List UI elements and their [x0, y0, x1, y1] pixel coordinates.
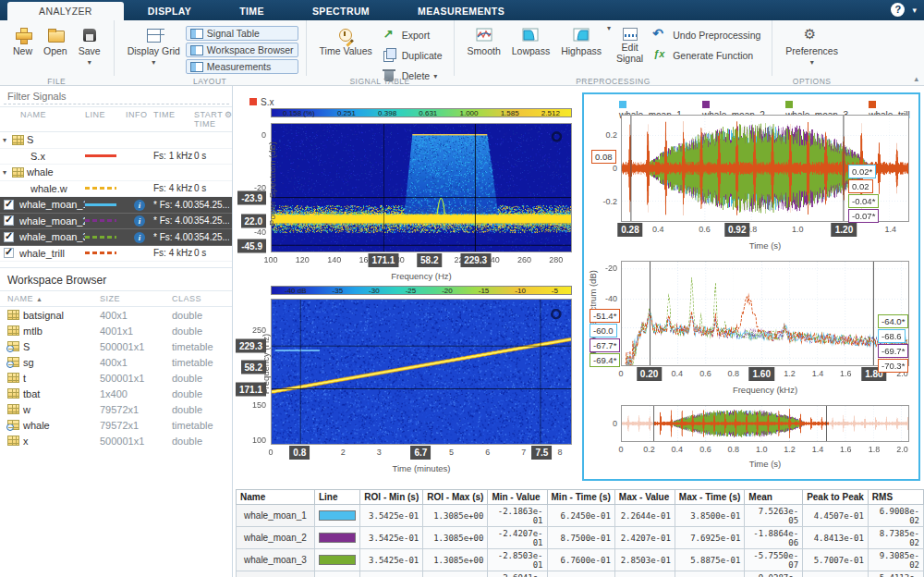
cursor-badge[interactable]: 6.7 — [410, 446, 431, 460]
filter-signals-input[interactable] — [4, 89, 229, 104]
cursor-badge[interactable]: 22.0 — [241, 215, 266, 228]
signal-row-S[interactable]: ▾S — [0, 132, 232, 149]
cursor-badge[interactable]: 1.20 — [832, 223, 857, 237]
colorbar-tick: -25 — [406, 287, 417, 295]
measurement-row-whale_trill[interactable]: whale_trill2.3250e-011.4795e+00-2.6941e-… — [237, 571, 924, 577]
signal-checkbox[interactable] — [4, 215, 14, 226]
open-button[interactable]: Open — [38, 24, 73, 59]
workspace-row-sg[interactable]: sg400x1timetable — [0, 354, 232, 370]
signal-row-whale[interactable]: ▾whale — [0, 165, 232, 181]
workspace-row-w[interactable]: w79572x1double — [0, 401, 232, 417]
tab-analyzer[interactable]: ANALYZER — [7, 2, 124, 20]
info-icon[interactable]: i — [134, 232, 145, 243]
cursor-value[interactable]: -0.04* — [848, 194, 879, 208]
genfun-button[interactable]: Generate Function — [649, 46, 764, 65]
cursor-badge[interactable]: 171.1 — [236, 382, 266, 396]
cursor-value[interactable]: 0.08 — [591, 150, 616, 164]
workspace-row-t[interactable]: t500001x1double — [0, 370, 232, 386]
cursor-badge[interactable]: 58.2 — [417, 253, 442, 267]
workspace-row-whale[interactable]: whale79572x1timetable — [0, 417, 232, 433]
collapse-caret-icon[interactable]: ▾ — [0, 168, 9, 177]
panner-plot[interactable] — [621, 405, 909, 442]
cursor-badge[interactable]: 58.2 — [241, 361, 266, 374]
cursor-badge[interactable]: 1.60 — [749, 367, 774, 381]
signal-checkbox[interactable] — [4, 200, 14, 210]
cursor-badge[interactable]: 7.5 — [531, 446, 552, 460]
workspace-row-S[interactable]: S500001x1timetable — [0, 338, 232, 354]
cursor-value[interactable]: -64.0* — [878, 314, 908, 328]
column-settings-icon[interactable]: ⚙ — [225, 110, 233, 129]
workspace-row-batsignal[interactable]: batsignal400x1double — [0, 307, 232, 323]
workspace-row-tbat[interactable]: tbat1x400double — [0, 386, 232, 401]
cursor-badge[interactable]: 0.92 — [724, 223, 749, 237]
signal-row-whale_moan_2[interactable]: whale_moan_2i* Fs: 4.00...354.25... — [0, 214, 232, 230]
spectrogram-plot[interactable] — [271, 299, 572, 445]
signal-row-S_x[interactable]: S.xFs: 1 kHz0 s — [0, 149, 232, 166]
toggle-signal-table[interactable]: Signal Table — [186, 26, 298, 41]
cursor-value[interactable]: -68.6 — [878, 329, 906, 343]
edit-signal-button[interactable]: Edit Signal — [611, 24, 649, 67]
cursor-badge[interactable]: 229.3 — [460, 253, 491, 267]
collapse-caret-icon[interactable]: ▾ — [0, 136, 9, 144]
preferences-button[interactable]: ⚙Preferences▾ — [780, 24, 844, 69]
lowpass-button[interactable]: Lowpass — [506, 24, 555, 59]
signal-row-whale_trill[interactable]: whale_trillFs: 4 kHz0 s — [0, 246, 232, 263]
duplicate-button[interactable]: Duplicate — [378, 46, 446, 65]
measurement-row-whale_moan_1[interactable]: whale_moan_13.5425e-011.3085e+00-2.1863e… — [237, 505, 924, 527]
toggle-label: Workspace Browser — [207, 44, 294, 55]
save-button[interactable]: Save▾ — [73, 24, 106, 69]
var-size: 79572x1 — [100, 404, 172, 415]
persistence-spectrum-plot[interactable] — [271, 123, 572, 252]
cursor-value[interactable]: -51.4* — [590, 309, 620, 323]
tab-display[interactable]: DISPLAY — [124, 2, 215, 20]
cursor-value[interactable]: 0.02* — [848, 165, 876, 178]
undo-button[interactable]: ↶Undo Preprocessing — [649, 26, 764, 44]
signal-row-whale_w[interactable]: whale.wFs: 4 kHz0 s — [0, 181, 232, 198]
cursor-badge[interactable]: 0.8 — [289, 446, 310, 460]
time-values-button[interactable]: Time Values — [314, 24, 378, 59]
cursor-value[interactable]: -70.3* — [878, 359, 908, 373]
signal-checkbox[interactable] — [4, 232, 14, 242]
cursor-value[interactable]: -69.4* — [590, 353, 620, 367]
new-button[interactable]: New — [7, 24, 38, 59]
toggle-workspace-browser[interactable]: Workspace Browser — [186, 43, 298, 57]
cursor-value[interactable]: -0.07* — [848, 209, 879, 223]
cursor-value[interactable]: -67.7* — [590, 338, 620, 352]
cursor-value[interactable]: -60.0 — [590, 324, 617, 338]
spectrum-plot[interactable] — [621, 261, 909, 366]
var-size: 400x1 — [100, 357, 172, 368]
tab-time[interactable]: TIME — [215, 2, 288, 20]
info-icon[interactable]: i — [134, 200, 145, 211]
measurement-row-whale_moan_3[interactable]: whale_moan_33.5425e-011.3085e+00-2.8503e… — [237, 549, 924, 571]
double-icon — [7, 310, 19, 320]
signal-checkbox[interactable] — [4, 248, 14, 258]
help-icon[interactable]: ? — [891, 3, 905, 17]
cursor-badge[interactable]: -45.9 — [237, 239, 266, 253]
cursor-badge[interactable]: 229.3 — [236, 338, 266, 352]
highpass-button[interactable]: Highpass — [555, 24, 607, 59]
right-display[interactable]: whale_moan_1whale_moan_2whale_moan_3whal… — [582, 92, 920, 481]
measurement-row-whale_moan_2[interactable]: whale_moan_23.5425e-011.3085e+00-2.4207e… — [237, 527, 924, 549]
x-tick: 1.0 — [792, 225, 804, 234]
cursor-value[interactable]: 0.02 — [848, 179, 873, 193]
cursor-badge[interactable]: 0.20 — [637, 367, 662, 381]
tab-spectrum[interactable]: SPECTRUM — [288, 2, 394, 20]
export-button[interactable]: Export — [378, 26, 446, 44]
cursor-badge[interactable]: -23.9 — [237, 191, 266, 205]
chevron-down-icon[interactable]: ▾ — [912, 6, 917, 15]
signal-row-whale_moan_3[interactable]: whale_moan_3i* Fs: 4.00...354.25... — [0, 229, 232, 246]
cursor-badge[interactable]: 0.28 — [617, 223, 642, 237]
signal-row-whale_moan_1[interactable]: whale_moan_1i* Fs: 4.00...354.25... — [0, 197, 232, 214]
sort-asc-icon[interactable]: ▲ — [36, 296, 43, 302]
cursor-badge[interactable]: 171.1 — [368, 253, 398, 267]
collapse-ribbon-icon[interactable]: ▴ — [914, 74, 918, 83]
tab-measurements[interactable]: MEASUREMENTS — [394, 2, 529, 20]
workspace-row-x[interactable]: x500001x1double — [0, 433, 232, 448]
cursor-value[interactable]: -69.7* — [878, 344, 908, 358]
workspace-row-mtlb[interactable]: mtlb4001x1double — [0, 323, 232, 338]
smooth-button[interactable]: Smooth — [462, 24, 506, 59]
info-icon[interactable]: i — [134, 215, 145, 227]
toggle-measurements[interactable]: Measurements — [186, 59, 298, 74]
genfun-icon — [652, 47, 669, 64]
display-grid-button[interactable]: Display Grid▾ — [122, 24, 186, 69]
